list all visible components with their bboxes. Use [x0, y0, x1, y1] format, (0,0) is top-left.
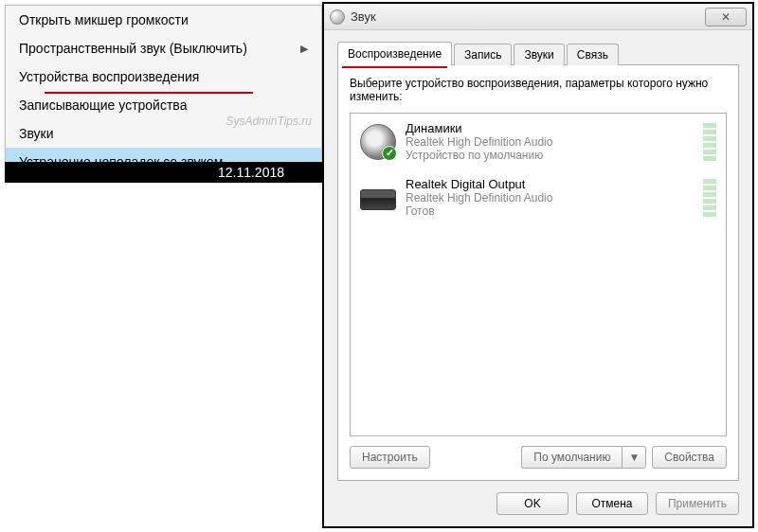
- tab-label: Воспроизведение: [348, 47, 442, 61]
- menu-item-open-mixer[interactable]: Открыть микшер громкости: [6, 6, 321, 34]
- tab-label: Звуки: [524, 48, 553, 62]
- menu-item-label: Записывающие устройства: [19, 98, 187, 113]
- chevron-right-icon: ▶: [300, 43, 308, 55]
- window-body: Воспроизведение Запись Звуки Связь Выбер…: [324, 30, 752, 526]
- tab-content-playback: Выберите устройство воспроизведения, пар…: [337, 64, 739, 481]
- set-default-split-button: По умолчанию ▼: [521, 446, 646, 469]
- tab-sounds[interactable]: Звуки: [514, 44, 564, 65]
- device-status: Готов: [406, 204, 694, 218]
- device-desc: Realtek High Definition Audio: [406, 135, 694, 149]
- device-action-buttons: Настроить По умолчанию ▼ Свойства: [350, 446, 727, 469]
- close-icon: ✕: [721, 10, 731, 24]
- digital-output-icon: [360, 180, 396, 216]
- configure-button[interactable]: Настроить: [350, 446, 430, 469]
- menu-item-label: Открыть микшер громкости: [19, 12, 189, 27]
- menu-item-label: Устройства воспроизведения: [19, 69, 199, 84]
- watermark-text: SysAdminTips.ru: [226, 115, 312, 128]
- sound-context-menu: Открыть микшер громкости Пространственны…: [5, 5, 322, 177]
- ok-button[interactable]: OK: [496, 492, 568, 515]
- set-default-dropdown-button[interactable]: ▼: [622, 446, 646, 469]
- level-meter: [703, 123, 716, 161]
- device-name: Динамики: [406, 121, 694, 135]
- sound-icon: [330, 9, 345, 25]
- menu-item-playback-devices[interactable]: Устройства воспроизведения: [6, 62, 321, 91]
- tab-recording[interactable]: Запись: [454, 44, 512, 65]
- taskbar-fragment: 12.11.2018: [5, 162, 322, 183]
- titlebar[interactable]: Звук ✕: [324, 4, 752, 30]
- cancel-button[interactable]: Отмена: [576, 492, 648, 515]
- default-check-icon: ✓: [382, 146, 397, 161]
- menu-item-spatial-sound[interactable]: Пространственный звук (Выключить) ▶: [6, 34, 321, 62]
- device-item-digital-output[interactable]: Realtek Digital Output Realtek High Defi…: [351, 169, 726, 225]
- tab-label: Запись: [464, 48, 501, 62]
- annotation-red-underline: [342, 66, 447, 68]
- device-info: Динамики Realtek High Definition Audio У…: [406, 121, 694, 162]
- tab-label: Связь: [577, 48, 608, 62]
- device-name: Realtek Digital Output: [406, 177, 694, 191]
- speaker-icon: ✓: [360, 124, 396, 160]
- tab-playback[interactable]: Воспроизведение: [337, 42, 452, 65]
- sound-dialog-window: Звук ✕ Воспроизведение Запись Звуки Связ…: [322, 2, 754, 528]
- taskbar-date: 12.11.2018: [218, 165, 284, 180]
- properties-button[interactable]: Свойства: [652, 446, 727, 469]
- menu-item-label: Звуки: [19, 126, 54, 141]
- tabs-row: Воспроизведение Запись Звуки Связь: [337, 42, 739, 65]
- tab-communications[interactable]: Связь: [567, 44, 619, 65]
- set-default-button[interactable]: По умолчанию: [521, 446, 622, 469]
- device-list[interactable]: ✓ Динамики Realtek High Definition Audio…: [350, 113, 727, 436]
- dialog-buttons: OK Отмена Применить: [337, 492, 739, 515]
- device-status: Устройство по умолчанию: [406, 149, 694, 162]
- apply-button[interactable]: Применить: [656, 492, 739, 515]
- titlebar-left: Звук: [330, 9, 376, 25]
- instruction-text: Выберите устройство воспроизведения, пар…: [350, 77, 727, 103]
- annotation-red-underline: [45, 92, 253, 94]
- window-title: Звук: [351, 9, 376, 24]
- device-item-speakers[interactable]: ✓ Динамики Realtek High Definition Audio…: [351, 114, 726, 169]
- close-button[interactable]: ✕: [705, 8, 747, 27]
- device-info: Realtek Digital Output Realtek High Defi…: [406, 177, 694, 218]
- level-meter: [703, 179, 716, 217]
- menu-item-label: Пространственный звук (Выключить): [19, 41, 247, 56]
- chevron-down-icon: ▼: [628, 451, 640, 464]
- device-desc: Realtek High Definition Audio: [406, 191, 694, 204]
